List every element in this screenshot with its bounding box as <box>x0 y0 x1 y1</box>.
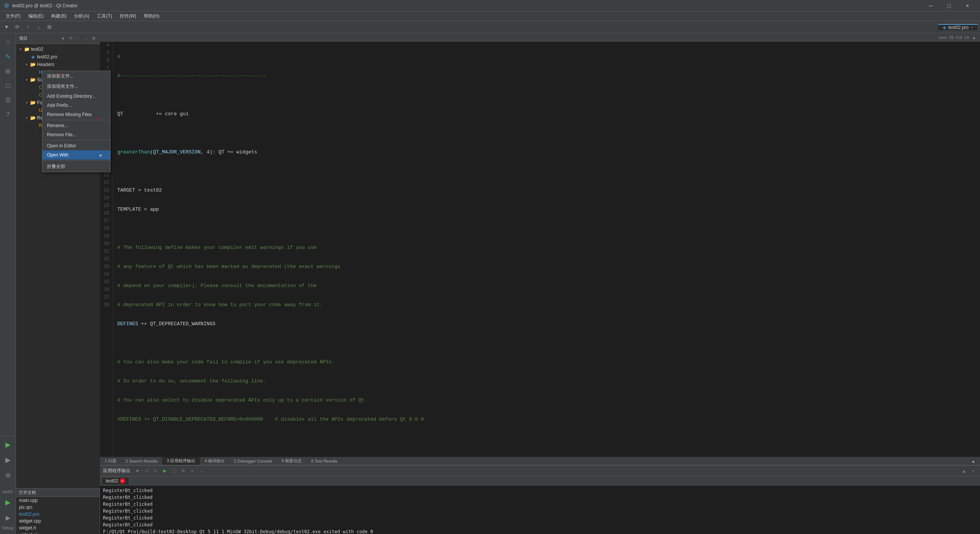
close-button[interactable]: × <box>959 0 976 11</box>
tab-test02pro[interactable]: ◈ test02.pro × <box>938 24 978 30</box>
tab-label: test02.pro <box>948 25 969 30</box>
open-file-widgetcpp[interactable]: widget.cpp <box>16 518 100 524</box>
output-tab-close-icon[interactable]: × <box>120 478 125 484</box>
project-down-btn[interactable]: ↓ <box>82 35 89 42</box>
bottom-tab-collapse[interactable]: ▲ <box>967 457 980 465</box>
output-tab-test02[interactable]: test02 × <box>101 477 129 484</box>
sidebar-icon-build[interactable]: ⚙ <box>1 468 15 482</box>
code-editor[interactable]: 4 5 6 7 8 9 10 11 12 13 14 15 16 17 18 1… <box>100 42 980 457</box>
tree-item-pro[interactable]: ▶ ◈ test02.pro <box>16 53 100 61</box>
bottom-tab-issues[interactable]: 1 问题 <box>100 457 121 465</box>
context-menu-remove-missing[interactable]: Remove Missing Files <box>42 110 110 119</box>
toolbar-expand[interactable]: ⊞ <box>45 23 54 32</box>
line-num-32: 32 <box>104 255 109 263</box>
bottom-tab-overview[interactable]: 6 概要信息 <box>277 457 306 465</box>
toolbar-sync[interactable]: ⟳ <box>13 23 22 32</box>
sidebar-icons: ⌂ ✎ ⊞ ⬡ ☰ ? ▶ ▶ ⚙ test02 ▶ ▶ Debug <box>0 33 16 534</box>
output-btn-run[interactable]: ▶ <box>161 467 169 475</box>
sidebar-icon-run3[interactable]: ▶ <box>1 511 15 524</box>
project-sync-btn[interactable]: ⟳ <box>67 35 74 42</box>
menu-tools[interactable]: 工具(T) <box>93 12 116 20</box>
pro-file-icon: ◈ <box>943 25 946 30</box>
bottom-tab-search[interactable]: 2 Search Results <box>121 457 162 465</box>
tree-arrow-headers: ▼ <box>24 61 30 68</box>
context-menu-collapse-all[interactable]: 折叠全部 <box>42 161 110 172</box>
code-line-25 <box>117 454 976 457</box>
title-bar-controls[interactable]: ─ □ × <box>922 0 976 11</box>
output-line-6: RegisterBt_clicked <box>103 521 977 528</box>
output-line-4: RegisterBt_clicked <box>103 508 977 515</box>
output-btn-up[interactable]: ⊕ <box>134 467 141 475</box>
toolbar-down[interactable]: ↓ <box>34 23 43 32</box>
output-btn-close[interactable]: × <box>969 467 977 475</box>
open-file-test02pro[interactable]: test02.pro <box>16 511 100 518</box>
bottom-tab-output[interactable]: 3 应用程序输出 <box>162 457 200 465</box>
sidebar-icon-projects[interactable]: ☰ <box>1 93 15 107</box>
menu-controls[interactable]: 控件(W) <box>116 12 140 20</box>
project-filter-btn[interactable]: ▼ <box>60 35 66 42</box>
output-btn-remove[interactable]: − <box>198 467 205 475</box>
output-label: 应用程序输出 <box>103 468 130 474</box>
code-line-18: DEFINES += QT_DEPRECATED_WARNINGS <box>117 320 976 328</box>
project-header-buttons[interactable]: ▼ ⟳ ↑ ↓ ⊞ <box>60 35 97 42</box>
sidebar-icon-debug-run[interactable]: ▶ <box>1 453 15 467</box>
menu-analyze[interactable]: 分析(A) <box>70 12 93 20</box>
bottom-tab-compile[interactable]: 4 编译输出 <box>200 457 229 465</box>
open-file-main[interactable]: main.cpp <box>16 497 100 504</box>
code-line-10 <box>117 168 976 175</box>
menu-build[interactable]: 构建(B) <box>47 12 70 20</box>
output-btn-prev[interactable]: ◁ <box>143 467 150 475</box>
open-file-pic[interactable]: pic.qrc <box>16 504 100 511</box>
bottom-tab-tests[interactable]: 8 Test Results <box>306 457 342 465</box>
tree-arrow-picqrc: ▶ <box>31 123 37 129</box>
tree-arrow-root: ▼ <box>18 46 24 52</box>
output-tabs-row: test02 × <box>100 476 980 486</box>
output-btn-next[interactable]: ▷ <box>152 467 159 475</box>
project-grid-btn[interactable]: ⊞ <box>90 35 97 42</box>
sidebar-icon-help[interactable]: ? <box>1 108 15 121</box>
menu-file[interactable]: 文件(F) <box>2 12 24 20</box>
tree-arrow-maincpp: ▶ <box>31 84 37 90</box>
tree-arrow-widgetcpp: ▶ <box>31 92 37 98</box>
menu-help[interactable]: 帮助(H) <box>140 12 163 20</box>
sidebar-icon-run[interactable]: ▶ <box>1 438 15 452</box>
toolbar-up[interactable]: ↑ <box>23 23 32 32</box>
context-menu-add-existing[interactable]: 添加现有文件... <box>42 81 110 92</box>
code-line-11: TARGET = test02 <box>117 187 976 194</box>
toolbar: ▼ ⟳ ↑ ↓ ⊞ ◈ test02.pro × <box>0 21 980 33</box>
output-btn-collapse[interactable]: ▲ <box>960 467 968 475</box>
tree-label-headers: Headers <box>37 62 54 67</box>
tab-close-button[interactable]: × <box>971 25 973 29</box>
forms-folder-icon: 📂 <box>30 100 36 106</box>
context-menu-rename[interactable]: Rename... <box>42 121 110 130</box>
context-menu-add-directory[interactable]: Add Existing Directory... <box>42 92 110 101</box>
minimize-button[interactable]: ─ <box>922 0 940 11</box>
context-menu-open-with[interactable]: Open With ▶ <box>42 150 110 160</box>
sidebar-icon-design[interactable]: ⊞ <box>1 64 15 78</box>
output-btn-add[interactable]: + <box>188 467 196 475</box>
open-file-widgeth[interactable]: widget.h <box>16 524 100 531</box>
context-menu-remove-file[interactable]: Remove File... <box>42 130 110 139</box>
context-menu-open-editor[interactable]: Open in Editor <box>42 141 110 150</box>
sidebar-icon-debug[interactable]: ⬡ <box>1 79 15 92</box>
bottom-tab-debugger[interactable]: 5 Debugger Console <box>229 457 277 465</box>
sidebar-icon-run2[interactable]: ▶ <box>1 495 15 509</box>
code-line-16: # depend on your compiler). Please consu… <box>117 282 976 290</box>
tree-item-root[interactable]: ▼ 📁 test02 <box>16 45 100 53</box>
output-btn-rebuild[interactable]: ⟳ <box>179 467 187 475</box>
maximize-button[interactable]: □ <box>940 0 958 11</box>
sidebar-icon-edit[interactable]: ✎ <box>1 50 15 63</box>
project-up-btn[interactable]: ↑ <box>75 35 82 42</box>
line-num-34: 34 <box>104 271 109 278</box>
open-file-widgetui[interactable]: widget.ui <box>16 531 100 534</box>
output-btn-stop[interactable]: ⬛ <box>170 467 178 475</box>
menu-edit[interactable]: 编辑(E) <box>24 12 47 20</box>
code-line-8 <box>117 129 976 137</box>
tree-item-headers[interactable]: ▼ 📂 Headers <box>16 61 100 68</box>
code-content[interactable]: # #-------------------------------------… <box>113 42 980 457</box>
context-menu-add-prefix[interactable]: Add Prefix... <box>42 101 110 110</box>
line-num-6: 6 <box>104 57 109 65</box>
context-menu-add-new[interactable]: 添加新文件... <box>42 71 110 81</box>
toolbar-filter[interactable]: ▼ <box>2 23 11 32</box>
sidebar-icon-welcome[interactable]: ⌂ <box>1 35 15 49</box>
